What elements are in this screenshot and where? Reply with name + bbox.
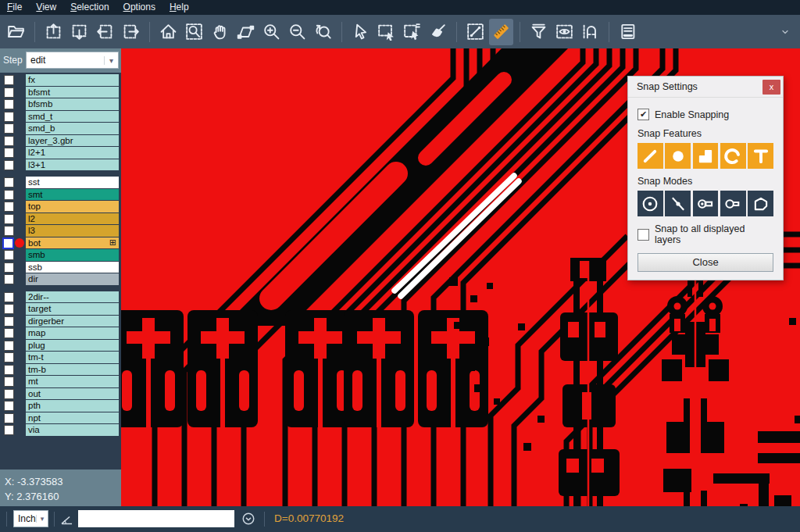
enable-snapping-checkbox[interactable]: ✔ [638, 109, 649, 120]
layer-visibility-checkbox[interactable] [4, 214, 14, 224]
layer-name-smd_t[interactable]: smd_t [26, 111, 119, 123]
pan-button[interactable] [208, 19, 232, 45]
menu-item-view[interactable]: View [29, 0, 63, 15]
layer-name-mt[interactable]: mt [26, 376, 119, 387]
layer-visibility-checkbox[interactable] [4, 401, 14, 411]
layer-name-plug[interactable]: plug [26, 340, 119, 352]
layer-visibility-checkbox[interactable] [4, 425, 14, 435]
layer-name-bfsmb[interactable]: bfsmb [26, 98, 119, 110]
layer-visibility-checkbox[interactable] [4, 377, 14, 387]
layer-visibility-checkbox[interactable] [4, 148, 14, 158]
close-button[interactable]: Close [638, 253, 773, 272]
measure-input[interactable] [78, 510, 234, 527]
layer-visibility-checkbox[interactable] [4, 136, 14, 146]
layer-name-l3[interactable]: l3 [26, 225, 119, 237]
snap-all-layers-checkbox[interactable] [638, 229, 649, 241]
layer-name-sst[interactable]: sst [26, 177, 119, 188]
shift-left-button[interactable] [93, 19, 117, 45]
select-pointer-button[interactable] [348, 19, 373, 45]
menu-item-selection[interactable]: Selection [63, 0, 116, 15]
open-file-button[interactable] [4, 19, 28, 45]
layer-visibility-checkbox[interactable] [4, 160, 14, 170]
menu-item-file[interactable]: File [0, 0, 29, 15]
layer-visibility-checkbox[interactable] [2, 237, 14, 249]
dialog-title-bar[interactable]: Snap Settings x [628, 77, 783, 98]
snap-button[interactable] [578, 19, 602, 45]
layer-name-layer_3.gbr[interactable]: layer_3.gbr [26, 135, 119, 147]
layer-name-ssb[interactable]: ssb [26, 262, 119, 273]
layer-visibility-checkbox[interactable] [4, 274, 14, 284]
menu-item-options[interactable]: Options [116, 0, 162, 15]
layer-name-smd_b[interactable]: smd_b [26, 123, 119, 134]
snap-midline-button[interactable] [665, 191, 691, 216]
grid-icon[interactable]: ⊞ [109, 238, 116, 247]
layer-visibility-checkbox[interactable] [4, 352, 14, 362]
snap-pad-entry-button[interactable] [693, 191, 719, 216]
layer-visibility-checkbox[interactable] [4, 262, 14, 273]
menu-item-help[interactable]: Help [162, 0, 196, 15]
layer-name-tm-t[interactable]: tm-t [26, 352, 119, 363]
shift-right-button[interactable] [119, 19, 143, 45]
layer-visibility-checkbox[interactable] [4, 316, 14, 327]
layer-name-bfsmt[interactable]: bfsmt [26, 87, 119, 98]
layer-name-l2+1[interactable]: l2+1 [26, 147, 119, 159]
layer-visibility-checkbox[interactable] [4, 365, 14, 375]
layer-visibility-checkbox[interactable] [4, 123, 14, 134]
snap-pad-outline-button[interactable] [720, 191, 746, 216]
layer-name-2dir--[interactable]: 2dir-- [26, 291, 119, 303]
layer-visibility-checkbox[interactable] [4, 190, 14, 200]
step-dropdown[interactable]: edit ▾ [26, 52, 119, 69]
layer-visibility-checkbox[interactable] [4, 75, 14, 85]
chevron-down-icon[interactable] [773, 19, 797, 45]
layer-name-out[interactable]: out [26, 388, 119, 400]
snap-contour-button[interactable] [748, 191, 773, 216]
clean-selection-button[interactable] [426, 19, 450, 45]
layer-visibility-checkbox[interactable] [4, 413, 14, 423]
layer-name-fx[interactable]: fx [26, 74, 119, 86]
layer-name-l3+1[interactable]: l3+1 [26, 159, 119, 171]
snap-center-button[interactable] [638, 191, 663, 216]
select-window-button[interactable] [374, 19, 398, 45]
layer-name-top[interactable]: top [26, 201, 119, 212]
layer-name-map[interactable]: map [26, 327, 119, 339]
layer-name-pth[interactable]: pth [26, 400, 119, 412]
apply-circle-icon[interactable] [241, 512, 255, 526]
snap-pad-round-button[interactable] [665, 143, 691, 169]
layer-visibility-checkbox[interactable] [4, 328, 14, 338]
layer-name-via[interactable]: via [26, 424, 119, 436]
layer-name-dir[interactable]: dir [26, 273, 119, 285]
measure-ruler-button[interactable] [489, 19, 513, 45]
layer-name-tm-b[interactable]: tm-b [26, 364, 119, 376]
layer-visibility-checkbox[interactable] [4, 250, 14, 260]
filter-button[interactable] [527, 19, 551, 45]
layer-name-bot[interactable]: bot⊞ [26, 237, 119, 249]
home-view-button[interactable] [156, 19, 180, 45]
layer-visibility-checkbox[interactable] [4, 99, 14, 109]
close-icon[interactable]: x [762, 80, 780, 95]
layer-visibility-checkbox[interactable] [4, 304, 14, 314]
zoom-polygon-button[interactable] [234, 19, 258, 45]
view-options-button[interactable] [552, 19, 577, 45]
zoom-out-button[interactable] [285, 19, 309, 45]
layer-visibility-checkbox[interactable] [4, 292, 14, 302]
shift-up-button[interactable] [41, 19, 66, 45]
snap-text-button[interactable] [748, 143, 773, 169]
layer-name-smb[interactable]: smb [26, 249, 119, 261]
zoom-window-button[interactable] [182, 19, 206, 45]
layer-name-dirgerber[interactable]: dirgerber [26, 316, 119, 327]
layer-visibility-checkbox[interactable] [4, 87, 14, 98]
layer-name-target[interactable]: target [26, 303, 119, 315]
snap-line-button[interactable] [638, 143, 663, 169]
layer-visibility-checkbox[interactable] [4, 112, 14, 122]
snap-pad-surface-button[interactable] [693, 143, 719, 169]
layer-visibility-checkbox[interactable] [4, 341, 14, 351]
shift-down-button[interactable] [67, 19, 91, 45]
layer-name-npt[interactable]: npt [26, 412, 119, 424]
snap-arc-button[interactable] [720, 143, 746, 169]
report-button[interactable] [616, 19, 640, 45]
layer-name-smt[interactable]: smt [26, 189, 119, 201]
layer-visibility-checkbox[interactable] [4, 177, 14, 187]
zoom-in-button[interactable] [259, 19, 284, 45]
measure-points-button[interactable] [463, 19, 488, 45]
layer-visibility-checkbox[interactable] [4, 389, 14, 399]
